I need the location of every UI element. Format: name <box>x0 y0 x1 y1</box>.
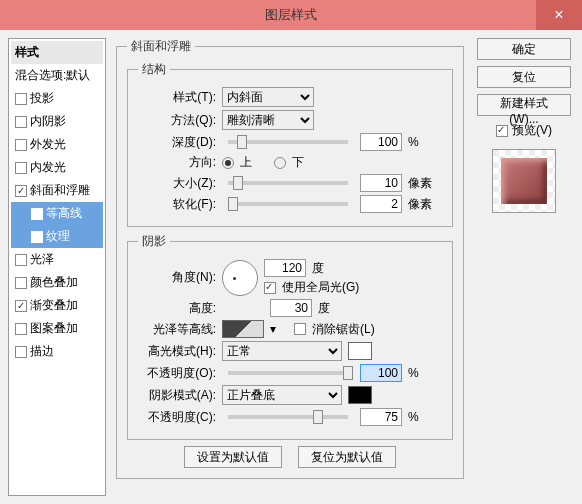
depth-label: 深度(D): <box>138 134 216 151</box>
main-panel: 斜面和浮雕 结构 样式(T): 内斜面 方法(Q): 雕刻清晰 深度(D): <box>112 38 468 496</box>
global-light-checkbox[interactable] <box>264 282 276 294</box>
structure-legend: 结构 <box>138 61 170 78</box>
highlight-mode-select[interactable]: 正常 <box>222 341 342 361</box>
antialias-checkbox[interactable] <box>294 323 306 335</box>
depth-input[interactable] <box>360 133 402 151</box>
soften-label: 软化(F): <box>138 196 216 213</box>
new-style-button[interactable]: 新建样式(W)... <box>477 94 571 116</box>
highlight-opacity-input[interactable] <box>360 364 402 382</box>
right-panel: 确定 复位 新建样式(W)... 预览(V) <box>474 38 574 496</box>
depth-slider[interactable] <box>228 140 348 144</box>
close-button[interactable]: × <box>536 0 582 30</box>
angle-dial[interactable] <box>222 260 258 296</box>
bevel-group: 斜面和浮雕 结构 样式(T): 内斜面 方法(Q): 雕刻清晰 深度(D): <box>116 38 464 479</box>
titlebar: 图层样式 × <box>0 0 582 30</box>
shadow-mode-select[interactable]: 正片叠底 <box>222 385 342 405</box>
sidebar-item-pattern-overlay[interactable]: 图案叠加 <box>11 317 103 340</box>
preview-thumbnail <box>492 149 556 213</box>
sidebar-item-satin[interactable]: 光泽 <box>11 248 103 271</box>
sidebar-header: 样式 <box>11 41 103 64</box>
direction-down-radio[interactable] <box>274 157 286 169</box>
set-default-button[interactable]: 设置为默认值 <box>184 446 282 468</box>
sidebar-item-outer-glow[interactable]: 外发光 <box>11 133 103 156</box>
sidebar-item-texture[interactable]: 纹理 <box>11 225 103 248</box>
highlight-opacity-label: 不透明度(O): <box>138 365 216 382</box>
sidebar-item-bevel[interactable]: 斜面和浮雕 <box>11 179 103 202</box>
size-unit: 像素 <box>408 175 432 192</box>
sidebar-item-stroke[interactable]: 描边 <box>11 340 103 363</box>
preview-label: 预览(V) <box>512 122 552 139</box>
shadow-opacity-slider[interactable] <box>228 415 348 419</box>
preview-checkbox[interactable] <box>496 125 508 137</box>
soften-slider[interactable] <box>228 202 348 206</box>
style-select[interactable]: 内斜面 <box>222 87 314 107</box>
shadow-legend: 阴影 <box>138 233 170 250</box>
direction-up-radio[interactable] <box>222 157 234 169</box>
reset-button[interactable]: 复位 <box>477 66 571 88</box>
size-input[interactable] <box>360 174 402 192</box>
altitude-unit: 度 <box>318 300 330 317</box>
ok-button[interactable]: 确定 <box>477 38 571 60</box>
styles-sidebar: 样式 混合选项:默认 投影 内阴影 外发光 内发光 斜面和浮雕 等高线 纹理 光… <box>8 38 106 496</box>
structure-group: 结构 样式(T): 内斜面 方法(Q): 雕刻清晰 深度(D): % <box>127 61 453 227</box>
shadow-group: 阴影 角度(N): 度 使用全局光(G) <box>127 233 453 440</box>
sidebar-item-contour[interactable]: 等高线 <box>11 202 103 225</box>
soften-unit: 像素 <box>408 196 432 213</box>
shadow-opacity-input[interactable] <box>360 408 402 426</box>
altitude-label: 高度: <box>138 300 216 317</box>
angle-input[interactable] <box>264 259 306 277</box>
contour-swatch[interactable] <box>222 320 264 338</box>
sidebar-item-color-overlay[interactable]: 颜色叠加 <box>11 271 103 294</box>
method-select[interactable]: 雕刻清晰 <box>222 110 314 130</box>
highlight-mode-label: 高光模式(H): <box>138 343 216 360</box>
highlight-opacity-slider[interactable] <box>228 371 348 375</box>
sidebar-item-inner-shadow[interactable]: 内阴影 <box>11 110 103 133</box>
contour-label: 光泽等高线: <box>138 321 216 338</box>
shadow-color-swatch[interactable] <box>348 386 372 404</box>
angle-unit: 度 <box>312 260 324 277</box>
depth-unit: % <box>408 135 419 149</box>
sidebar-item-drop-shadow[interactable]: 投影 <box>11 87 103 110</box>
antialias-label: 消除锯齿(L) <box>312 321 375 338</box>
angle-label: 角度(N): <box>138 269 216 286</box>
shadow-mode-label: 阴影模式(A): <box>138 387 216 404</box>
direction-label: 方向: <box>138 154 216 171</box>
size-slider[interactable] <box>228 181 348 185</box>
global-light-label: 使用全局光(G) <box>282 279 359 296</box>
sidebar-item-gradient-overlay[interactable]: 渐变叠加 <box>11 294 103 317</box>
highlight-color-swatch[interactable] <box>348 342 372 360</box>
sidebar-blend-options[interactable]: 混合选项:默认 <box>11 64 103 87</box>
reset-default-button[interactable]: 复位为默认值 <box>298 446 396 468</box>
sidebar-item-inner-glow[interactable]: 内发光 <box>11 156 103 179</box>
bevel-legend: 斜面和浮雕 <box>127 38 195 55</box>
method-label: 方法(Q): <box>138 112 216 129</box>
shadow-opacity-label: 不透明度(C): <box>138 409 216 426</box>
window-title: 图层样式 <box>0 6 582 24</box>
size-label: 大小(Z): <box>138 175 216 192</box>
contour-dropdown-icon[interactable]: ▾ <box>270 322 276 336</box>
soften-input[interactable] <box>360 195 402 213</box>
preview-bevel-icon <box>501 158 547 204</box>
style-label: 样式(T): <box>138 89 216 106</box>
altitude-input[interactable] <box>270 299 312 317</box>
